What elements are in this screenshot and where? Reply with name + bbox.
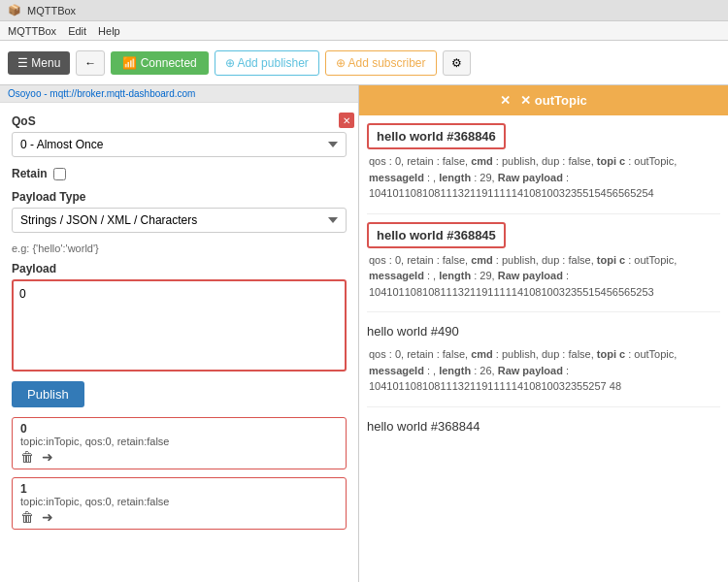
history-item-1-actions: 🗑 ➜ <box>20 509 338 525</box>
payload-type-group: Payload Type Strings / JSON / XML / Char… <box>12 190 347 233</box>
publisher-form: QoS 0 - Almost Once 1 - At Least Once 2 … <box>0 103 358 549</box>
topic-close-icon[interactable]: ✕ <box>500 93 511 108</box>
menu-help[interactable]: Help <box>98 25 120 37</box>
right-panel: ✕ ✕ outTopic hello world #368846 qos : 0… <box>359 85 728 582</box>
payload-textarea[interactable]: 0 <box>17 285 341 363</box>
message-item-1: hello world #368845 qos : 0, retain : fa… <box>367 222 720 301</box>
message-1-title: hello world #368845 <box>367 222 506 248</box>
add-subscriber-button[interactable]: ⊕ Add subscriber <box>325 50 437 76</box>
message-2-detail: qos : 0, retain : false, cmd : publish, … <box>367 346 720 395</box>
msg-divider-2 <box>367 406 720 407</box>
message-0-detail: qos : 0, retain : false, cmd : publish, … <box>367 153 720 202</box>
message-list: hello world #368846 qos : 0, retain : fa… <box>359 115 728 457</box>
retain-label: Retain <box>12 167 48 180</box>
menu-button[interactable]: ☰ Menu <box>8 51 70 75</box>
message-0-title: hello world #368846 <box>367 123 506 149</box>
msg-divider-1 <box>367 311 720 312</box>
history-item-0: 0 topic:inTopic, qos:0, retain:false 🗑 ➜ <box>12 417 347 469</box>
payload-example: e.g: {'hello':'world'} <box>12 242 347 254</box>
history-item-1-info: topic:inTopic, qos:0, retain:false <box>20 496 338 507</box>
history-item-1-num: 1 <box>20 482 338 496</box>
app-icon: 📦 <box>8 4 21 16</box>
history-item-0-actions: 🗑 ➜ <box>20 449 338 465</box>
qos-label: QoS <box>12 114 347 128</box>
settings-button[interactable]: ⚙ <box>443 50 471 76</box>
message-item-3: hello world #368844 <box>367 415 720 437</box>
qos-group: QoS 0 - Almost Once 1 - At Least Once 2 … <box>12 114 347 157</box>
retain-checkbox[interactable] <box>53 168 66 180</box>
history-item-0-send-icon[interactable]: ➜ <box>42 449 53 465</box>
history-item-1-delete-icon[interactable]: 🗑 <box>20 509 34 525</box>
connected-button[interactable]: 📶 Connected <box>111 51 208 75</box>
close-panel-button[interactable]: ✕ <box>339 113 354 128</box>
retain-row: Retain <box>12 167 347 180</box>
publish-button[interactable]: Publish <box>12 381 84 407</box>
history-item-0-info: topic:inTopic, qos:0, retain:false <box>20 436 338 447</box>
qos-select[interactable]: 0 - Almost Once 1 - At Least Once 2 - Ex… <box>12 132 347 157</box>
payload-type-label: Payload Type <box>12 190 347 204</box>
message-2-title: hello world #490 <box>367 320 720 342</box>
history-item-1-send-icon[interactable]: ➜ <box>42 509 53 525</box>
history-item-0-num: 0 <box>20 422 338 436</box>
add-publisher-button[interactable]: ⊕ Add publisher <box>215 50 319 76</box>
history-item-1: 1 topic:inTopic, qos:0, retain:false 🗑 ➜ <box>12 477 347 530</box>
message-item-2: hello world #490 qos : 0, retain : false… <box>367 320 720 395</box>
content-area: Osoyoo - mqtt://broker.mqtt-dashboard.co… <box>0 85 728 582</box>
menu-bar: MQTTBox Edit Help <box>0 21 728 41</box>
payload-wrapper: 0 <box>12 279 347 372</box>
payload-type-select[interactable]: Strings / JSON / XML / Characters Byte A… <box>12 208 347 233</box>
menu-edit[interactable]: Edit <box>68 25 86 37</box>
back-button[interactable]: ← <box>76 50 105 76</box>
toolbar: ☰ Menu ← 📶 Connected ⊕ Add publisher ⊕ A… <box>0 41 728 85</box>
topic-header: ✕ ✕ outTopic <box>359 85 728 115</box>
message-3-title: hello world #368844 <box>367 415 720 437</box>
message-1-detail: qos : 0, retain : false, cmd : publish, … <box>367 252 720 301</box>
title-bar: 📦 MQTTBox <box>0 0 728 21</box>
menu-mqttbox[interactable]: MQTTBox <box>8 25 56 37</box>
app-title: MQTTBox <box>27 5 76 16</box>
message-item-0: hello world #368846 qos : 0, retain : fa… <box>367 123 720 202</box>
breadcrumb: Osoyoo - mqtt://broker.mqtt-dashboard.co… <box>0 85 358 103</box>
payload-label: Payload <box>12 262 347 275</box>
history-item-0-delete-icon[interactable]: 🗑 <box>20 449 34 465</box>
topic-name: ✕ outTopic <box>520 93 587 108</box>
left-panel: Osoyoo - mqtt://broker.mqtt-dashboard.co… <box>0 85 359 582</box>
msg-divider-0 <box>367 213 720 214</box>
